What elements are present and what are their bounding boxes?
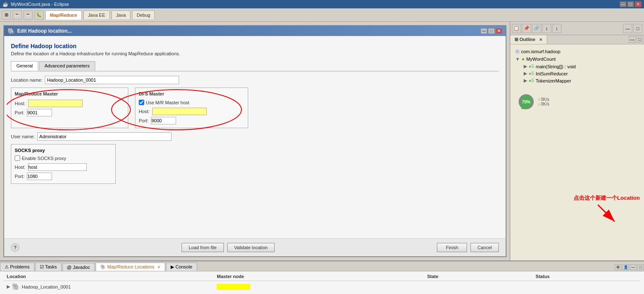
dfs-host-label: Host: — [139, 109, 150, 114]
bottom-minimize-btn[interactable]: — — [630, 264, 636, 270]
table-row[interactable]: ▶ 🐘 Hadoop_Location_0001 — [3, 281, 641, 292]
tab-general[interactable]: General — [11, 61, 38, 71]
bottom-gear-icon[interactable]: ⚙ — [615, 264, 621, 270]
outline-toolbar-icon-1[interactable]: 📋 — [512, 24, 521, 33]
col-state: State — [424, 273, 532, 280]
app-title-bar: ☕ MyWordCount.java - Eclipse — □ ✕ — [0, 0, 644, 8]
class-icon: ● — [522, 56, 525, 62]
outline-toolbar-icon-3[interactable]: 🔗 — [532, 24, 541, 33]
toolbar-icon-2[interactable]: ☕ — [13, 10, 22, 20]
mywordcount-label: MyWordCount — [526, 57, 556, 62]
hadoop-icon: 🐘 — [12, 283, 20, 291]
dialog-icon: 🐘 — [8, 28, 15, 34]
load-from-file-button[interactable]: Load from file — [182, 243, 224, 252]
row-state — [424, 286, 532, 288]
close-btn[interactable]: ✕ — [635, 1, 641, 7]
socks-title: SOCKS proxy — [15, 148, 112, 153]
row-master-node — [213, 283, 423, 291]
socks-port-input[interactable] — [27, 173, 52, 180]
socks-host-input[interactable] — [28, 163, 87, 171]
perspective-tab-javaee[interactable]: Java EE — [83, 10, 110, 19]
bottom-tab-javadoc[interactable]: @ Javadoc — [62, 263, 95, 271]
perspective-tab-mapreduce[interactable]: Map/Reduce — [45, 10, 82, 20]
right-minimize-btn[interactable]: — — [623, 24, 632, 33]
toolbar-icon-1[interactable]: ⊞ — [2, 10, 11, 20]
intsumreducer-icon: ●S — [529, 71, 534, 76]
dialog-maximize-btn[interactable]: □ — [488, 28, 495, 34]
outline-minimize-btn[interactable]: — — [629, 36, 636, 43]
right-maximize-btn[interactable]: □ — [633, 24, 642, 33]
bottom-tab-tasks[interactable]: ☑ Tasks — [35, 263, 62, 271]
tree-item-intsumreducer[interactable]: ▶ ●S IntSumReducer — [514, 70, 641, 77]
tree-item-mywordcount[interactable]: ▼ ● MyWordCount — [514, 55, 641, 63]
left-content: 🐘 Edit Hadoop location... — □ ✕ Define H… — [0, 22, 510, 260]
bottom-tab-console[interactable]: ▶ Console — [166, 263, 197, 271]
tree-item-main[interactable]: ▶ ●S main(String[]) : void — [514, 63, 641, 70]
package-icon: ⊞ — [515, 49, 519, 54]
dfs-port-row: Port: — [139, 117, 244, 124]
validate-location-button[interactable]: Validate location — [227, 243, 275, 252]
dfs-port-label: Port: — [139, 118, 148, 123]
outline-toolbar-icon-4[interactable]: ↕ — [542, 24, 551, 33]
dfs-host-input[interactable] — [152, 108, 207, 115]
tree-item-tokenizermapper[interactable]: ▶ ●S TokenizerMapper — [514, 77, 641, 84]
tab-close-icon[interactable]: ✕ — [157, 265, 161, 269]
dfs-use-mr-checkbox[interactable] — [139, 100, 144, 105]
toolbar-icon-4[interactable]: 🐛 — [34, 10, 44, 20]
minimize-btn[interactable]: — — [620, 1, 626, 7]
dialog-close-btn[interactable]: ✕ — [496, 28, 502, 34]
expand-arrow-2: ▶ — [524, 64, 527, 69]
bottom-panel: ⚠ Problems ☑ Tasks @ Javadoc 🐘 Map/Reduc… — [0, 260, 644, 294]
dialog-header-desc: Define the location of a Hadoop infrastr… — [11, 51, 499, 56]
tab-advanced[interactable]: Advanced parameters — [39, 61, 95, 71]
master-node-highlight — [217, 284, 250, 290]
outline-toolbar-icon-5[interactable]: ↕ — [552, 24, 561, 33]
app-icon: ☕ — [3, 2, 8, 7]
socks-enable-checkbox[interactable] — [15, 155, 20, 161]
mr-port-row: Port: — [15, 109, 125, 116]
col-location: Location — [3, 273, 213, 280]
eclipse-toolbar: ⊞ ☕ ☕ 🐛 Map/Reduce Java EE Java Debug — [0, 8, 644, 22]
outline-expand-btn[interactable]: □ — [636, 36, 643, 43]
bottom-maximize-btn[interactable]: □ — [637, 264, 644, 270]
socks-checkbox-label: Enable SOCKS proxy — [22, 156, 66, 161]
cancel-button[interactable]: Cancel — [470, 243, 499, 252]
username-label: User name: — [11, 134, 35, 139]
mr-port-label: Port: — [15, 110, 24, 115]
help-button[interactable]: ? — [11, 243, 19, 252]
outline-panel: ⊞ com.ismurf.hadoop ▼ ● MyWordCount ▶ ●S… — [510, 44, 644, 260]
row-location-value: Hadoop_Location_0001 — [22, 284, 71, 289]
bottom-panel-controls: ⚙ 👤 — □ — [615, 264, 644, 271]
maximize-btn[interactable]: □ — [627, 1, 634, 7]
bottom-tab-problems[interactable]: ⚠ Problems — [0, 263, 34, 271]
dfs-master-box: DFS Master Use M/R Master host Host: Por… — [135, 88, 248, 128]
tokenizermapper-label: TokenizerMapper — [536, 78, 571, 83]
progress-area: 70% ↑ 0K/s ↓ 0K/s — [517, 93, 637, 111]
finish-button[interactable]: Finish — [437, 243, 467, 252]
perspective-tab-debug[interactable]: Debug — [132, 10, 155, 19]
mr-port-input[interactable] — [27, 109, 52, 116]
row-status — [532, 286, 641, 288]
dialog-minimize-btn[interactable]: — — [480, 28, 487, 34]
tree-item-package[interactable]: ⊞ com.ismurf.hadoop — [514, 48, 641, 55]
toolbar-icon-3[interactable]: ☕ — [23, 10, 33, 20]
dfs-checkbox-label: Use M/R Master host — [146, 100, 189, 105]
footer-right: Finish Cancel — [437, 243, 499, 252]
outline-tab-controls: — □ — [628, 35, 644, 44]
bottom-person-icon[interactable]: 👤 — [622, 264, 629, 270]
dfs-port-input[interactable] — [151, 117, 176, 124]
app-window: ☕ MyWordCount.java - Eclipse — □ ✕ ⊞ ☕ ☕… — [0, 0, 644, 294]
app-window-controls: — □ ✕ — [620, 1, 641, 7]
username-input[interactable] — [37, 132, 171, 141]
socks-host-row: Host: — [15, 163, 112, 171]
tokenizermapper-icon: ●S — [529, 78, 534, 83]
location-name-input[interactable] — [45, 76, 179, 84]
bottom-tab-mapreduce[interactable]: 🐘 Map/Reduce Locations ✕ — [96, 263, 166, 271]
perspective-tab-java[interactable]: Java — [112, 10, 130, 19]
right-panel-tabs: ⊞ Outline ✕ — □ — [510, 35, 644, 44]
expand-arrow-3: ▶ — [524, 71, 527, 76]
method-icon: ●S — [529, 64, 534, 69]
outline-tab[interactable]: ⊞ Outline ✕ — [510, 35, 547, 44]
outline-toolbar-icon-2[interactable]: 📌 — [522, 24, 531, 33]
mr-host-input[interactable] — [28, 100, 83, 107]
